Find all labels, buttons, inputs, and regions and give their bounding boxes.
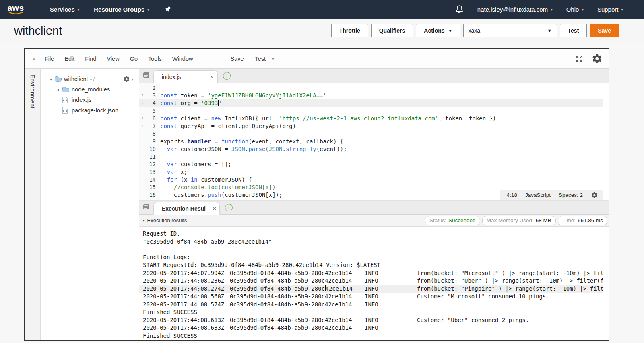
tree-expand-icon[interactable]: ▾ [47, 77, 54, 81]
log-row[interactable]: 2020-05-20T17:44:08.568Z0c395d9d-0f84-48… [139, 293, 603, 301]
code-line[interactable]: i7const queryApi = client.getQueryApi(or… [139, 122, 603, 130]
close-icon[interactable]: × [210, 73, 213, 80]
log-plain-line[interactable] [139, 246, 603, 254]
nav-support-menu[interactable]: Support ▾ [597, 6, 623, 13]
execution-results-label[interactable]: Execution results [147, 217, 187, 223]
chevron-down-icon: ▾ [621, 8, 623, 12]
gutter-cell[interactable]: 16 [139, 191, 160, 199]
log-row[interactable]: 2020-05-20T17:44:08.236Z0c395d9d-0f84-48… [139, 277, 603, 285]
log-request-id: 0c395d9d-0f84-484b-a5b9-280c42ce1b14 [230, 316, 365, 324]
language-mode[interactable]: JavaScript [525, 192, 551, 198]
code-line[interactable]: 5 [139, 107, 603, 115]
tree-collapsed-icon[interactable]: ▸ [55, 87, 62, 92]
menu-tools[interactable]: Tools [143, 56, 167, 62]
log-plain-line[interactable]: Finished SUCCESS [139, 332, 603, 340]
menu-file[interactable]: File [39, 56, 59, 62]
code-line[interactable]: i3const token = 'ygeE1WJJZBH0LGN6cyxYjI1… [139, 92, 603, 99]
nav-resource-groups-menu[interactable]: Resource Groups ▾ [94, 6, 149, 13]
log-row[interactable]: 2020-05-20T17:44:08.274Z0c395d9d-0f84-48… [139, 285, 603, 293]
tree-item-index-js[interactable]: index.js [41, 95, 139, 105]
tree-settings-gear-icon[interactable]: ▾ [123, 76, 133, 83]
code-editor[interactable]: 2i3const token = 'ygeE1WJJZBH0LGN6cyxYjI… [139, 83, 603, 200]
menu-save-button[interactable]: Save [225, 56, 249, 62]
chevron-down-icon[interactable]: ▾ [272, 56, 274, 61]
cursor-position[interactable]: 4:18 [507, 192, 517, 198]
new-tab-plus-icon[interactable]: + [223, 72, 231, 80]
log-plain-line[interactable]: START RequestId: 0c395d9d-0f84-484b-a5b9… [139, 261, 603, 269]
menu-go[interactable]: Go [125, 56, 143, 62]
nav-account-menu[interactable]: nate.isley@influxdata.com ▾ [477, 6, 553, 13]
execution-log-pane[interactable]: Request ID:"0c395d9d-0f84-484b-a5b9-280c… [139, 227, 603, 340]
code-token: (event, context, callback) { [248, 138, 343, 145]
actions-button[interactable]: Actions ▼ [416, 24, 460, 37]
nav-services-menu[interactable]: Services ▾ [50, 6, 79, 13]
gutter-cell[interactable]: i4 [139, 99, 160, 107]
qualifiers-button[interactable]: Qualifiers [371, 24, 413, 37]
region-label: Ohio [566, 6, 579, 13]
test-event-select[interactable]: xaxa ▼ [463, 24, 557, 37]
tab-list-icon[interactable] [143, 72, 150, 80]
gutter-cell[interactable]: 13 [139, 168, 160, 176]
gutter-cell[interactable]: 14 [139, 176, 160, 184]
code-line[interactable]: 13 var x; [139, 168, 603, 176]
close-icon[interactable]: × [213, 205, 216, 212]
tree-item-package-lock-json[interactable]: package-lock.json [41, 105, 139, 116]
tab-index-js[interactable]: index.js × [153, 70, 218, 83]
nav-region-menu[interactable]: Ohio ▾ [566, 6, 584, 13]
code-line[interactable]: 12 var customers = []; [139, 161, 603, 168]
menu-view[interactable]: View [101, 56, 124, 62]
gutter-cell[interactable]: 2 [139, 84, 160, 92]
log-row[interactable]: 2020-05-20T17:44:08.613Z0c395d9d-0f84-48… [139, 316, 603, 324]
gutter-cell[interactable]: 15 [139, 184, 160, 191]
log-message [417, 324, 603, 332]
gutter-cell[interactable]: 5 [139, 107, 160, 115]
tree-root-withclient[interactable]: ▾ withclient - / ▾ [41, 74, 139, 84]
gutter-cell[interactable]: i6 [139, 115, 160, 122]
tree-item-node-modules[interactable]: ▸ node_modules [41, 84, 139, 95]
code-line[interactable]: 10 var customerJSON = JSON.parse(JSON.st… [139, 145, 603, 153]
log-row[interactable]: 2020-05-20T17:44:08.633Z0c395d9d-0f84-48… [139, 324, 603, 332]
gutter-cell[interactable]: 11 [139, 153, 160, 161]
throttle-button[interactable]: Throttle [331, 24, 368, 37]
statusbar-gear-icon[interactable] [591, 192, 598, 199]
indent-setting[interactable]: Spaces: 2 [559, 192, 583, 198]
pushpin-icon[interactable] [165, 6, 171, 13]
environment-tab[interactable]: Environment [29, 74, 36, 109]
code-line[interactable]: 11 [139, 153, 603, 161]
gutter-cell[interactable]: i3 [139, 92, 160, 99]
save-button[interactable]: Save [590, 24, 619, 37]
page-title: withclient [14, 24, 62, 37]
gutter-cell[interactable]: 8 [139, 130, 160, 138]
log-plain-line[interactable]: Function Logs: [139, 254, 603, 262]
code-line[interactable]: 14 for (x in customerJSON) { [139, 176, 603, 184]
log-plain-line[interactable]: Request ID: [139, 230, 603, 238]
info-annotation-icon: i [139, 115, 145, 122]
code-line[interactable]: 9exports.handler = function(event, conte… [139, 138, 603, 145]
menu-test-button[interactable]: Test [250, 56, 272, 62]
tab-execution-result[interactable]: Execution Resul × [153, 202, 220, 215]
code-line[interactable]: i4const org = '0393' [139, 99, 603, 107]
aws-logo[interactable]: aws [6, 4, 25, 15]
fullscreen-icon[interactable] [575, 54, 584, 63]
gutter-cell[interactable]: 10 [139, 145, 160, 153]
code-line[interactable]: 2 [139, 84, 603, 92]
editor-settings-gear-icon[interactable] [592, 53, 603, 64]
code-line[interactable]: i6const client = new InfluxDB({ url: 'ht… [139, 115, 603, 122]
gutter-cell[interactable]: 9 [139, 138, 160, 145]
collapse-panel-icon[interactable]: ▲ [32, 56, 36, 61]
tab-list-icon[interactable] [143, 204, 150, 211]
new-tab-plus-icon[interactable]: + [225, 204, 233, 211]
gutter-cell[interactable]: 12 [139, 161, 160, 168]
log-row[interactable]: 2020-05-20T17:44:07.994Z0c395d9d-0f84-48… [139, 269, 603, 277]
notifications-bell-icon[interactable] [455, 5, 464, 14]
gutter-cell[interactable]: i7 [139, 122, 160, 130]
test-button[interactable]: Test [560, 24, 587, 37]
menu-find[interactable]: Find [80, 56, 101, 62]
section-collapse-icon[interactable]: ▾ [143, 219, 145, 223]
code-line[interactable]: 8 [139, 130, 603, 138]
log-plain-line[interactable]: "0c395d9d-0f84-484b-a5b9-280c42ce1b14" [139, 238, 603, 246]
menu-window[interactable]: Window [167, 56, 198, 62]
menu-edit[interactable]: Edit [59, 56, 80, 62]
log-row[interactable]: 2020-05-20T17:44:08.574Z0c395d9d-0f84-48… [139, 301, 603, 309]
log-plain-line[interactable]: Finished SUCCESS [139, 308, 603, 316]
